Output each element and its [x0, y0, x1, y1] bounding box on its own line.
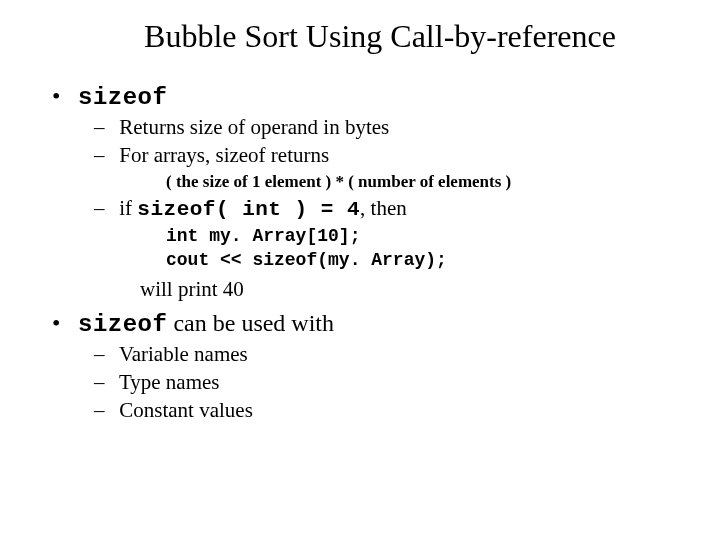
code-sizeof-int: sizeof( int ) = 4 [137, 198, 360, 221]
text-constant-values: Constant values [119, 398, 253, 422]
slide: Bubble Sort Using Call-by-reference size… [0, 0, 720, 540]
text-for-arrays: For arrays, sizeof returns [119, 143, 329, 167]
bullet-list-level1: sizeof Returns size of operand in bytes … [40, 83, 680, 423]
sub-variable-names: Variable names [94, 342, 680, 367]
sub-returns-size: Returns size of operand in bytes [94, 115, 680, 140]
text-returns: Returns size of operand in bytes [119, 115, 389, 139]
text-if: if [119, 196, 137, 220]
text-then: , then [360, 196, 407, 220]
code-sizeof: sizeof [78, 84, 167, 111]
formula-text: ( the size of 1 element ) * ( number of … [166, 172, 680, 192]
bullet-sizeof: sizeof Returns size of operand in bytes … [52, 83, 680, 302]
bullet-sizeof-usedwith: sizeof can be used with Variable names T… [52, 310, 680, 423]
code-sizeof-2: sizeof [78, 311, 167, 338]
sub-for-arrays: For arrays, sizeof returns [94, 143, 680, 168]
code-line-2: cout << sizeof(my. Array); [166, 248, 680, 272]
sub-constant-values: Constant values [94, 398, 680, 423]
code-line-1: int my. Array[10]; [166, 224, 680, 248]
sub-if-sizeof: if sizeof( int ) = 4, then [94, 196, 680, 221]
bullet-list-level2-b: Variable names Type names Constant value… [52, 342, 680, 423]
bullet-list-level2: Returns size of operand in bytes For arr… [52, 115, 680, 302]
text-can-be-used: can be used with [167, 310, 334, 336]
text-variable-names: Variable names [119, 342, 248, 366]
text-will-print: will print 40 [140, 277, 680, 302]
text-type-names: Type names [119, 370, 220, 394]
sub-type-names: Type names [94, 370, 680, 395]
slide-title: Bubble Sort Using Call-by-reference [40, 18, 680, 55]
